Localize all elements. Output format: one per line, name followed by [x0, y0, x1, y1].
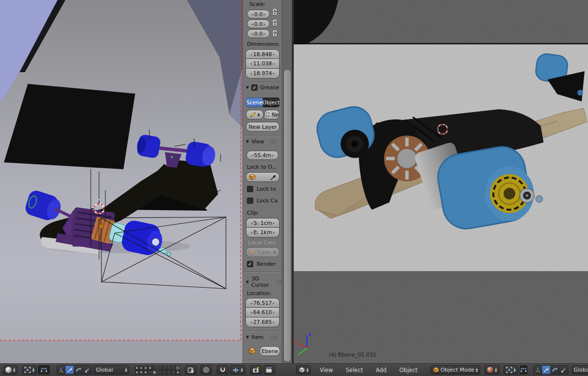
manipulator-scale-button[interactable]	[83, 365, 92, 375]
dimension-z-field[interactable]: 18.974	[245, 69, 280, 79]
increment-arrow-icon[interactable]	[264, 32, 265, 36]
grease-pencil-new-button[interactable]: Ne	[264, 110, 280, 119]
scale-x-field[interactable]: 0.0	[247, 10, 270, 19]
transform-orientation-dropdown[interactable]: Global	[93, 365, 129, 375]
manipulator-scale-button[interactable]	[560, 365, 568, 375]
collapse-triangle-icon[interactable]	[246, 280, 249, 284]
manipulator-toggle[interactable]	[533, 365, 542, 375]
clapperboard-icon	[265, 367, 273, 373]
decrement-arrow-icon[interactable]	[251, 12, 253, 17]
rendered-preview-scene[interactable]	[294, 0, 588, 363]
scale-z-field[interactable]: 0.0	[247, 29, 270, 38]
clip-end-field[interactable]: E: 1km	[246, 228, 280, 237]
collapse-triangle-icon[interactable]	[246, 139, 249, 144]
rotate-arc-icon	[552, 367, 558, 373]
opengl-render-animation-button[interactable]	[264, 365, 275, 375]
viewport-shading-dropdown[interactable]	[3, 365, 18, 375]
grease-pencil-header-label: Grease	[260, 84, 279, 91]
menu-select[interactable]: Select	[345, 367, 364, 374]
manipulate-center-points-toggle[interactable]	[38, 365, 50, 375]
layers-widget[interactable]	[135, 366, 180, 375]
render-checkbox[interactable]	[247, 261, 253, 267]
dimension-y-field[interactable]: 11.038	[245, 59, 280, 69]
lock-camera-checkbox[interactable]	[247, 198, 253, 204]
scale-label: Scale:	[249, 1, 265, 7]
item-object-name-field[interactable]: Ebene	[260, 346, 280, 356]
grease-pencil-checkbox[interactable]	[251, 84, 258, 91]
object-mode-cube-icon	[433, 367, 439, 373]
scale-y-field[interactable]: 0.0	[247, 20, 270, 28]
mode-dropdown[interactable]: Object Mode	[430, 365, 481, 375]
cursor-panel-header[interactable]: 3D Cursor	[246, 276, 282, 288]
object-cube-icon	[248, 347, 256, 355]
translate-arrow-icon	[543, 367, 549, 373]
editor-type-dropdown[interactable]	[296, 365, 311, 375]
dimension-x-field[interactable]: 18.848	[245, 49, 280, 59]
viewport-header-left: Global	[0, 363, 294, 376]
eyedropper-icon[interactable]	[270, 174, 277, 180]
scale-x-lock-icon[interactable]	[271, 9, 278, 16]
pivot-point-dropdown[interactable]	[504, 365, 518, 375]
panel-scrollbar[interactable]	[282, 0, 292, 363]
cursor-location-z-field[interactable]: 27.685	[245, 317, 280, 327]
layers-grid-2[interactable]	[158, 366, 180, 375]
manipulator-rotate-button[interactable]	[74, 365, 83, 375]
scale-y-lock-icon[interactable]	[271, 20, 278, 27]
manipulator-toggle[interactable]	[57, 365, 65, 375]
properties-n-panel: Scale: 0.0 0.0 0.0 Dimensions:	[243, 0, 282, 363]
opengl-render-button[interactable]	[250, 365, 262, 375]
cursor-location-y-field[interactable]: 64.610	[245, 308, 280, 317]
proportional-edit-dropdown[interactable]	[200, 365, 212, 375]
scale-z-lock-icon[interactable]	[271, 30, 278, 38]
scene-lock-toggle[interactable]	[185, 365, 197, 375]
decrement-arrow-icon[interactable]	[251, 22, 253, 26]
increment-arrow-icon[interactable]	[264, 22, 265, 26]
pivot-point-dropdown[interactable]	[22, 365, 37, 375]
manipulator-translate-button[interactable]	[65, 365, 74, 375]
viewport-3d-camera[interactable]: Scale: 0.0 0.0 0.0 Dimensions:	[0, 0, 294, 363]
menu-add[interactable]: Add	[375, 367, 387, 374]
clip-start-field[interactable]: S: 1cm	[246, 218, 280, 228]
viewport-header-right: View Select Add Object Object Mode	[294, 363, 588, 376]
decrement-arrow-icon[interactable]	[251, 32, 253, 36]
clear-x-icon[interactable]	[273, 249, 277, 256]
snap-toggle[interactable]	[217, 365, 228, 375]
lock-camera-row[interactable]: Lock Ca	[247, 198, 278, 204]
view-lens-field[interactable]: 55.4m	[246, 151, 279, 160]
grease-source-tab-object[interactable]: Object	[263, 98, 280, 107]
snap-element-dropdown[interactable]	[230, 365, 245, 375]
view-panel-header[interactable]: View	[246, 139, 277, 145]
grease-source-tab-scene[interactable]: Scene	[246, 98, 263, 107]
plus-icon	[265, 112, 270, 118]
item-panel-header[interactable]: Item	[246, 334, 277, 340]
manipulator-translate-button[interactable]	[542, 365, 551, 375]
collapse-triangle-icon[interactable]	[246, 335, 249, 339]
menu-object[interactable]: Object	[398, 367, 418, 374]
collapse-triangle-icon[interactable]	[246, 85, 249, 90]
clip-label: Clip:	[247, 210, 259, 216]
manipulate-center-points-toggle[interactable]	[520, 365, 527, 375]
new-layer-button[interactable]: New Layer	[246, 122, 280, 132]
transform-orientation-dropdown[interactable]: Global	[571, 365, 588, 375]
viewport-shading-dropdown[interactable]	[485, 365, 499, 375]
manipulator-rotate-button[interactable]	[551, 365, 560, 375]
item-header-label: Item	[251, 334, 264, 340]
pivot-point-icon	[506, 367, 512, 373]
blender-window: Scale: 0.0 0.0 0.0 Dimensions:	[0, 0, 588, 376]
lock-to-cursor-row[interactable]: Lock to	[247, 186, 276, 192]
layers-grid-1[interactable]	[135, 366, 157, 375]
lock-to-checkbox[interactable]	[247, 186, 253, 192]
lock-to-object-picker[interactable]	[246, 172, 280, 182]
panel-drag-grip[interactable]	[271, 336, 277, 339]
grease-pencil-data-selector[interactable]	[246, 110, 264, 119]
cursor-location-x-field[interactable]: 76.517	[245, 298, 280, 308]
viewport-3d-rendered[interactable]: x z (4) Ebene_01.031	[294, 0, 588, 363]
render-border-row[interactable]: Render	[247, 261, 276, 267]
panel-drag-grip[interactable]	[270, 140, 277, 144]
menu-view[interactable]: View	[319, 367, 334, 374]
increment-arrow-icon[interactable]	[264, 12, 265, 17]
local-camera-field[interactable]: Cam	[246, 247, 280, 257]
panel-scrollbar-thumb[interactable]	[284, 69, 291, 362]
grease-pencil-panel-header[interactable]: Grease	[246, 84, 279, 91]
axis-x-label: x	[294, 338, 297, 344]
